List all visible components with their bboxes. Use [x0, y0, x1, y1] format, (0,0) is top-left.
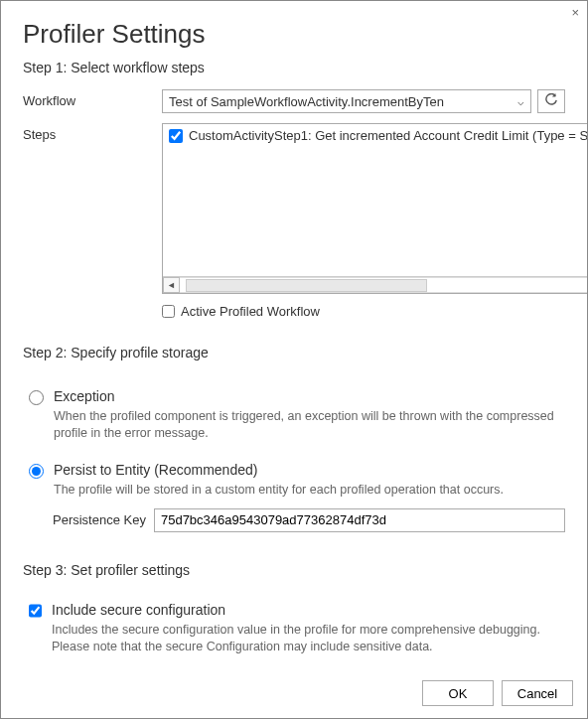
- scroll-track[interactable]: [180, 277, 588, 293]
- persistence-key-label: Persistence Key: [53, 512, 146, 527]
- close-icon[interactable]: ×: [571, 5, 579, 20]
- scroll-left-icon[interactable]: ◄: [163, 277, 180, 293]
- horizontal-scrollbar[interactable]: ◄ ►: [163, 276, 588, 293]
- active-profiled-checkbox[interactable]: [162, 305, 175, 318]
- step-item-label: CustomActivityStep1: Get incremented Acc…: [189, 128, 588, 143]
- ok-button[interactable]: OK: [422, 680, 494, 706]
- include-secure-label: Include secure configuration: [52, 602, 565, 618]
- step1-heading: Step 1: Select workflow steps: [23, 60, 565, 75]
- persist-label: Persist to Entity (Recommended): [54, 462, 565, 478]
- workflow-label: Workflow: [23, 89, 162, 108]
- step2-heading: Step 2: Specify profile storage: [23, 345, 565, 360]
- scroll-thumb[interactable]: [186, 279, 427, 292]
- exception-radio[interactable]: [29, 390, 44, 405]
- refresh-icon: [544, 93, 558, 110]
- list-item[interactable]: CustomActivityStep1: Get incremented Acc…: [169, 128, 588, 143]
- include-secure-description: Includes the secure configuration value …: [52, 622, 565, 655]
- exception-label: Exception: [54, 388, 565, 404]
- exception-description: When the profiled component is triggered…: [54, 408, 565, 442]
- chevron-down-icon: ⌵: [517, 95, 524, 108]
- step-item-checkbox[interactable]: [169, 129, 183, 143]
- workflow-select-value: Test of SampleWorkflowActivity.Increment…: [169, 94, 444, 109]
- persist-description: The profile will be stored in a custom e…: [54, 482, 565, 499]
- workflow-select[interactable]: Test of SampleWorkflowActivity.Increment…: [162, 89, 531, 113]
- refresh-button[interactable]: [537, 89, 565, 113]
- cancel-button[interactable]: Cancel: [502, 680, 573, 706]
- steps-label: Steps: [23, 123, 162, 142]
- persist-radio[interactable]: [29, 464, 44, 479]
- page-title: Profiler Settings: [23, 19, 565, 50]
- active-profiled-label: Active Profiled Workflow: [181, 304, 320, 319]
- steps-listbox[interactable]: CustomActivityStep1: Get incremented Acc…: [162, 123, 588, 294]
- include-secure-checkbox[interactable]: [29, 604, 42, 618]
- step3-heading: Step 3: Set profiler settings: [23, 562, 565, 578]
- persistence-key-input[interactable]: [154, 508, 565, 532]
